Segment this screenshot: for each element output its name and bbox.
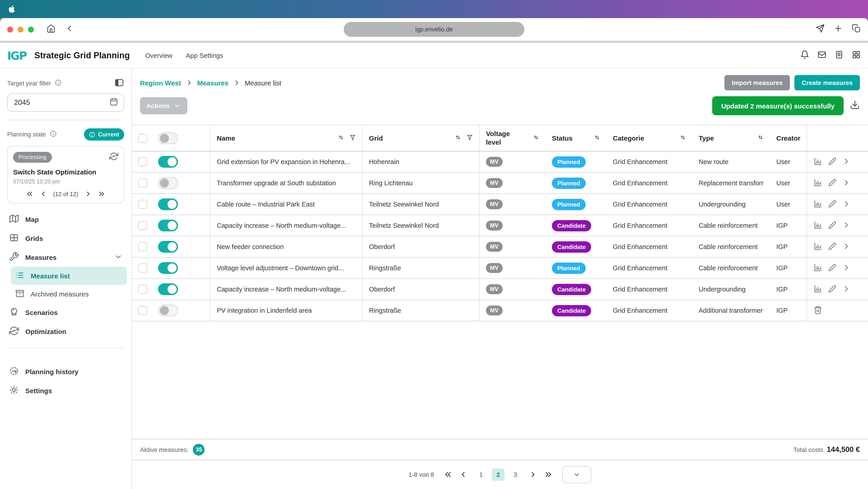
edit-pencil-icon[interactable] [828,157,836,167]
page-size-select[interactable] [562,466,591,483]
column-header-status[interactable]: Status [552,134,572,142]
first-page-icon[interactable] [444,470,452,479]
row-toggle[interactable] [158,220,178,231]
column-header-grid[interactable]: Grid [369,134,383,142]
page-button-3[interactable]: 3 [509,468,522,481]
filter-icon[interactable] [349,134,356,142]
column-header-name[interactable]: Name [217,134,235,142]
refresh-state-icon[interactable] [109,152,118,163]
row-checkbox[interactable] [138,178,147,188]
header-toggle[interactable] [158,132,178,144]
sidebar-item-settings[interactable]: Settings [4,381,127,400]
target-year-info-icon[interactable] [55,79,62,88]
notifications-bell-icon[interactable] [800,50,809,61]
chevron-right-icon[interactable] [842,157,850,167]
calendar-icon[interactable] [109,97,118,108]
mail-icon[interactable] [817,50,827,61]
collapse-sidebar-icon[interactable] [114,78,124,89]
edit-pencil-icon[interactable] [828,263,836,273]
state-first-icon[interactable] [26,190,33,198]
row-toggle[interactable] [158,156,178,168]
sort-icon[interactable] [338,134,344,142]
chart-icon[interactable] [813,156,823,167]
column-header-voltage-level[interactable]: Voltage level [486,130,511,147]
column-header-creator[interactable]: Creator [776,134,801,142]
sidebar-item-grids[interactable]: Grids [4,229,127,248]
last-page-icon[interactable] [544,470,552,479]
chevron-right-icon[interactable] [842,178,850,188]
address-bar[interactable]: igp.envelio.de [344,22,524,37]
chevron-right-icon[interactable] [842,200,850,209]
row-toggle[interactable] [158,305,178,316]
breadcrumb-region-west[interactable]: Region West [140,79,181,87]
back-button-icon[interactable] [65,24,73,34]
row-toggle[interactable] [158,198,178,210]
row-toggle[interactable] [158,241,178,253]
row-checkbox[interactable] [138,200,147,209]
row-checkbox[interactable] [138,285,147,294]
prev-page-icon[interactable] [459,470,467,479]
row-checkbox[interactable] [138,157,147,166]
documentation-icon[interactable] [835,50,844,61]
nav-overview[interactable]: Overview [145,52,173,59]
edit-pencil-icon[interactable] [828,200,836,209]
create-measures-button[interactable]: Create measures [795,75,860,90]
state-prev-icon[interactable] [39,190,47,198]
close-window-button[interactable] [7,26,13,32]
minimize-window-button[interactable] [18,26,24,32]
next-page-icon[interactable] [529,470,537,479]
chart-icon[interactable] [813,199,823,209]
planning-state-info-icon[interactable] [50,130,57,139]
row-checkbox[interactable] [138,221,147,230]
chevron-right-icon[interactable] [842,221,850,230]
new-tab-icon[interactable] [834,24,843,35]
sort-icon[interactable] [455,134,461,142]
state-last-icon[interactable] [98,190,105,198]
edit-pencil-icon[interactable] [828,178,836,188]
sidebar-item-optimization[interactable]: Optimization [4,322,127,341]
trash-icon[interactable] [813,305,823,316]
edit-pencil-icon[interactable] [828,221,836,230]
igp-logo[interactable]: IGP [7,49,26,62]
target-year-input[interactable] [13,98,109,107]
row-checkbox[interactable] [138,306,147,315]
actions-button[interactable]: Actions [140,97,188,114]
row-toggle[interactable] [158,262,178,274]
current-state-badge[interactable]: Current [84,128,124,141]
nav-app-settings[interactable]: App Settings [186,52,223,59]
column-header-type[interactable]: Type [699,134,714,142]
row-checkbox[interactable] [138,263,147,272]
sidebar-item-archived-measures[interactable]: Archived measures [11,285,127,303]
sidebar-item-map[interactable]: Map [4,210,127,229]
filter-icon[interactable] [466,134,473,142]
page-button-2[interactable]: 2 [492,468,504,481]
share-icon[interactable] [816,24,825,35]
state-next-icon[interactable] [85,190,92,198]
edit-pencil-icon[interactable] [828,285,836,294]
sidebar-item-scenarios[interactable]: Scenarios [4,303,127,322]
select-all-checkbox[interactable] [138,134,147,143]
home-icon[interactable] [46,24,56,35]
zoom-window-button[interactable] [28,26,34,32]
chart-icon[interactable] [813,220,823,231]
sidebar-item-measures[interactable]: Measures [4,248,127,267]
apps-grid-icon[interactable] [852,50,861,61]
sidebar-item-planning-history[interactable]: Planning history [4,362,127,381]
sort-icon[interactable] [680,134,686,142]
chart-icon[interactable] [813,178,823,188]
row-checkbox[interactable] [138,242,147,251]
sort-icon[interactable] [533,134,539,142]
edit-pencil-icon[interactable] [828,242,836,252]
import-measures-button[interactable]: Import measures [724,75,790,90]
row-toggle[interactable] [158,177,178,189]
page-button-1[interactable]: 1 [475,468,487,481]
sidebar-item-measure-list[interactable]: Measure list [11,267,127,285]
row-toggle[interactable] [158,283,178,295]
sort-icon[interactable] [757,134,764,142]
chevron-right-icon[interactable] [842,242,850,252]
chart-icon[interactable] [813,284,823,294]
chevron-right-icon[interactable] [842,263,850,273]
column-header-categorie[interactable]: Categorie [613,134,644,142]
chart-icon[interactable] [813,263,823,273]
chevron-right-icon[interactable] [842,285,850,294]
